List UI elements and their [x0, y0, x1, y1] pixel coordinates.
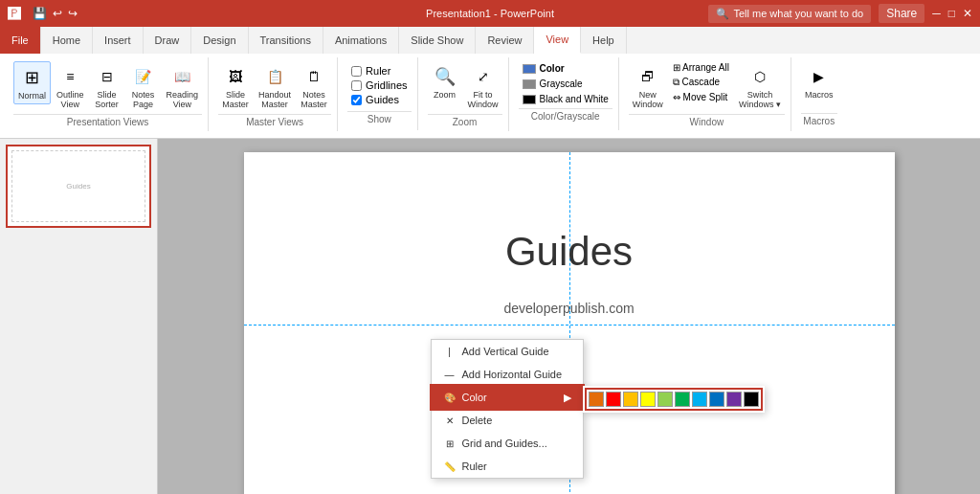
- new-window-icon: 🗗: [635, 63, 661, 90]
- option-color[interactable]: Color: [519, 61, 612, 76]
- tab-view[interactable]: View: [534, 27, 581, 54]
- notes-master-label: NotesMaster: [301, 91, 327, 110]
- notes-page-label: NotesPage: [132, 91, 155, 110]
- btn-cascade[interactable]: ⧉ Cascade: [669, 76, 733, 89]
- tab-review[interactable]: Review: [476, 27, 534, 54]
- btn-arrange-all[interactable]: ⊞ Arrange All: [669, 61, 733, 74]
- ctx-color[interactable]: 🎨 Color ▶: [432, 386, 583, 409]
- guides-check[interactable]: Guides: [351, 94, 407, 105]
- btn-macros[interactable]: ▶ Macros: [801, 61, 837, 102]
- tab-home[interactable]: Home: [41, 27, 93, 54]
- btn-normal[interactable]: ⊞ Normal: [13, 61, 51, 104]
- close-btn[interactable]: ✕: [963, 7, 972, 20]
- zoom-icon: 🔍: [432, 63, 458, 90]
- tab-slideshow[interactable]: Slide Show: [399, 27, 476, 54]
- presentation-views-label: Presentation Views: [13, 114, 202, 127]
- swatch-amber[interactable]: [623, 392, 638, 407]
- swatch-blue[interactable]: [709, 392, 724, 407]
- color-swatch-color: [523, 64, 536, 74]
- btn-handout-master[interactable]: 📋 HandoutMaster: [255, 61, 295, 112]
- swatch-sky[interactable]: [692, 392, 707, 407]
- macros-items: ▶ Macros: [801, 61, 837, 111]
- ruler-check[interactable]: Ruler: [351, 65, 407, 77]
- tab-draw[interactable]: Draw: [144, 27, 192, 54]
- color-swatch-grayscale: [523, 79, 536, 89]
- color-grayscale-label: Color/Grayscale: [519, 108, 612, 122]
- swatch-purple[interactable]: [726, 392, 742, 407]
- slide-area[interactable]: Guides developerpublish.com | Add Vertic…: [244, 152, 895, 494]
- option-grayscale[interactable]: Grayscale: [519, 77, 612, 91]
- tab-insert[interactable]: Insert: [93, 27, 144, 54]
- swatch-green[interactable]: [675, 392, 690, 407]
- macros-label: Macros: [805, 91, 834, 101]
- btn-slide-sorter[interactable]: ⊟ SlideSorter: [90, 61, 124, 112]
- tab-file[interactable]: File: [0, 27, 41, 54]
- gridlines-check[interactable]: Gridlines: [351, 79, 407, 91]
- ctx-add-horizontal-guide[interactable]: — Add Horizontal Guide: [432, 363, 583, 386]
- quick-access-toolbar: 💾 ↩ ↪: [33, 7, 78, 20]
- reading-view-label: ReadingView: [167, 91, 199, 110]
- normal-label: Normal: [18, 92, 46, 101]
- share-button[interactable]: Share: [879, 4, 924, 23]
- btn-zoom[interactable]: 🔍 Zoom: [428, 61, 462, 102]
- ctx-grid-guides[interactable]: ⊞ Grid and Guides...: [432, 432, 583, 455]
- maximize-btn[interactable]: □: [948, 7, 955, 20]
- add-vertical-icon: |: [443, 345, 457, 358]
- slide-panel: 1 Guides: [0, 139, 158, 494]
- ctx-delete[interactable]: ✕ Delete: [432, 409, 583, 432]
- swatch-black[interactable]: [744, 392, 759, 407]
- tab-design[interactable]: Design: [191, 27, 248, 54]
- btn-outline-view[interactable]: ≡ OutlineView: [53, 61, 88, 112]
- tab-transitions[interactable]: Transitions: [249, 27, 323, 54]
- add-horizontal-label: Add Horizontal Guide: [462, 369, 563, 380]
- swatch-yellow[interactable]: [640, 392, 656, 407]
- switch-windows-icon: ⬡: [746, 63, 773, 90]
- btn-notes-page[interactable]: 📝 NotesPage: [126, 61, 161, 112]
- redo-btn[interactable]: ↪: [68, 7, 78, 20]
- btn-switch-windows[interactable]: ⬡ SwitchWindows ▾: [735, 61, 785, 112]
- ribbon-tabs: File Home Insert Draw Design Transitions…: [0, 27, 980, 54]
- btn-slide-master[interactable]: 🖼 SlideMaster: [218, 61, 253, 112]
- undo-btn[interactable]: ↩: [53, 7, 62, 20]
- slide-master-icon: 🖼: [222, 63, 249, 90]
- thumb-text: Guides: [66, 182, 90, 191]
- macros-icon: ▶: [806, 63, 833, 90]
- btn-move-split[interactable]: ⇔ Move Split: [669, 91, 733, 103]
- swatch-lime[interactable]: [657, 392, 673, 407]
- ruler-checkbox[interactable]: [351, 66, 362, 77]
- switch-windows-label: SwitchWindows ▾: [739, 91, 781, 110]
- btn-reading-view[interactable]: 📖 ReadingView: [163, 61, 203, 112]
- slide-thumbnail-1[interactable]: 1 Guides: [6, 145, 151, 228]
- presentation-views-items: ⊞ Normal ≡ OutlineView ⊟ SlideSorter 📝 N…: [13, 61, 202, 112]
- slide-subtitle: developerpublish.com: [244, 301, 895, 316]
- color-label: Color: [540, 63, 565, 74]
- tab-help[interactable]: Help: [581, 27, 627, 54]
- grayscale-label: Grayscale: [540, 79, 583, 89]
- color-swatch-bw: [523, 95, 536, 104]
- option-black-white[interactable]: Black and White: [519, 92, 612, 106]
- ctx-add-vertical-guide[interactable]: | Add Vertical Guide: [432, 340, 583, 363]
- master-views-label: Master Views: [218, 114, 331, 127]
- save-btn[interactable]: 💾: [33, 7, 47, 20]
- window-sub-buttons: ⊞ Arrange All ⧉ Cascade ⇔ Move Split: [669, 61, 733, 103]
- ctx-ruler[interactable]: 📏 Ruler: [432, 455, 583, 478]
- tab-animations[interactable]: Animations: [323, 27, 399, 54]
- swatch-orange[interactable]: [589, 392, 604, 407]
- guides-checkbox[interactable]: [351, 95, 362, 105]
- gridlines-checkbox[interactable]: [351, 80, 362, 91]
- notes-master-icon: 🗒: [301, 63, 327, 90]
- search-box[interactable]: 🔍 Tell me what you want to do: [708, 5, 871, 23]
- slide-sorter-label: SlideSorter: [95, 91, 119, 110]
- btn-new-window[interactable]: 🗗 NewWindow: [629, 61, 667, 112]
- fit-label: Fit toWindow: [468, 91, 499, 110]
- btn-fit-to-window[interactable]: ⤢ Fit toWindow: [464, 61, 502, 112]
- fit-icon: ⤢: [470, 63, 497, 90]
- title-bar-right: 🔍 Tell me what you want to do Share ─ □ …: [708, 4, 972, 23]
- minimize-btn[interactable]: ─: [932, 7, 941, 20]
- handout-master-icon: 📋: [261, 63, 288, 90]
- swatch-red[interactable]: [606, 392, 621, 407]
- btn-notes-master[interactable]: 🗒 NotesMaster: [297, 61, 331, 112]
- zoom-label: Zoom: [428, 114, 502, 127]
- zoom-label: Zoom: [434, 91, 456, 101]
- context-menu: | Add Vertical Guide — Add Horizontal Gu…: [431, 339, 584, 479]
